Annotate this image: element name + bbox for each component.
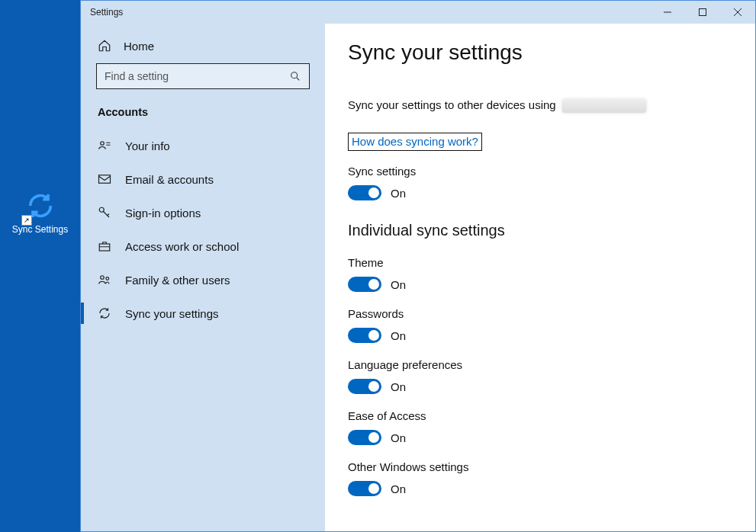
sidebar-item-email-accounts[interactable]: Email & accounts [96,162,310,196]
people-icon [98,273,111,287]
home-button[interactable]: Home [96,34,310,63]
titlebar[interactable]: Settings [81,1,755,24]
theme-label: Theme [348,256,732,269]
theme-toggle[interactable] [348,277,381,292]
sync-description: Sync your settings to other devices usin… [348,98,732,113]
sync-settings-state: On [391,187,406,200]
ease-access-state: On [391,431,406,444]
other-windows-state: On [391,482,406,495]
sidebar-item-sync-settings[interactable]: Sync your settings [96,296,310,330]
svg-point-4 [291,72,298,79]
desktop-shortcut-sync-settings[interactable]: ↗ Sync Settings [0,191,80,235]
passwords-toggle[interactable] [348,328,381,343]
help-link-box: How does syncing work? [348,133,482,151]
search-field[interactable] [105,70,289,82]
passwords-label: Passwords [348,307,732,320]
other-windows-label: Other Windows settings [348,460,732,473]
sync-settings-label: Sync settings [348,165,732,178]
account-name-redacted [562,99,646,113]
svg-line-5 [297,78,299,80]
desktop-background: ↗ Sync Settings [0,0,80,532]
svg-rect-7 [99,175,111,184]
sidebar-item-signin-options[interactable]: Sign-in options [96,196,310,229]
sidebar-category: Accounts [96,106,310,118]
window-title: Settings [90,7,650,18]
minimize-button[interactable] [650,1,685,24]
sidebar: Home Accounts Your info Email & accounts [81,24,325,531]
sync-settings-toggle[interactable] [348,185,381,200]
svg-point-11 [106,277,109,280]
key-icon [98,206,111,220]
home-icon [98,39,111,53]
settings-window: Settings Home Accounts [80,0,756,532]
sidebar-item-label: Your info [125,139,170,152]
page-title: Sync your settings [348,40,732,65]
individual-section-title: Individual sync settings [348,222,732,239]
home-label: Home [124,40,154,53]
sidebar-item-label: Family & other users [125,274,230,287]
person-badge-icon [98,139,111,152]
language-label: Language preferences [348,358,732,371]
passwords-state: On [391,329,406,342]
search-icon [289,70,301,82]
ease-access-toggle[interactable] [348,430,381,445]
language-state: On [391,380,406,393]
svg-rect-9 [99,244,110,251]
language-toggle[interactable] [348,379,381,394]
search-input[interactable] [96,63,310,89]
close-button[interactable] [720,1,755,24]
svg-point-8 [99,207,104,212]
sidebar-item-label: Access work or school [125,240,239,253]
sync-icon [98,306,111,320]
shortcut-overlay-icon: ↗ [21,215,32,226]
sidebar-item-family-users[interactable]: Family & other users [96,263,310,296]
briefcase-icon [98,239,111,253]
help-link[interactable]: How does syncing work? [352,135,478,148]
mail-icon [98,172,111,186]
sidebar-item-label: Sync your settings [125,307,219,320]
sidebar-item-access-work-school[interactable]: Access work or school [96,229,310,263]
svg-rect-1 [700,9,706,16]
content-pane[interactable]: Sync your settings Sync your settings to… [325,24,755,531]
sidebar-item-label: Email & accounts [125,173,214,186]
svg-point-10 [101,276,105,280]
sidebar-item-label: Sign-in options [125,207,201,220]
svg-point-6 [101,142,105,146]
sidebar-item-your-info[interactable]: Your info [96,129,310,162]
maximize-button[interactable] [685,1,720,24]
other-windows-toggle[interactable] [348,481,381,496]
theme-state: On [391,278,406,291]
ease-access-label: Ease of Access [348,409,732,422]
desktop-shortcut-label: Sync Settings [0,224,80,235]
